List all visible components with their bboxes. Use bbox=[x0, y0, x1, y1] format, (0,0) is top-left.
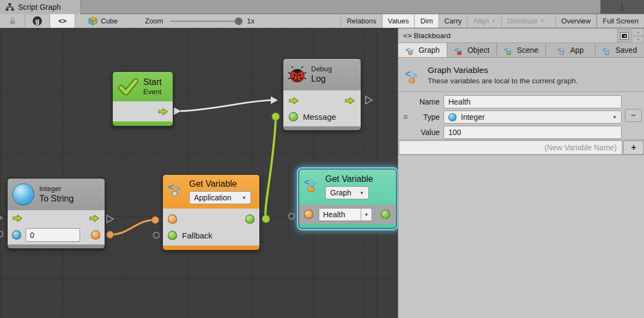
flow-output-port[interactable] bbox=[345, 97, 355, 105]
flow-input-port[interactable] bbox=[289, 97, 299, 105]
lock-icon bbox=[9, 17, 16, 25]
variable-type-dropdown[interactable]: Integer ▼ bbox=[443, 111, 622, 124]
fullscreen-button[interactable]: Full Screen bbox=[597, 14, 644, 28]
node-subtitle: Event bbox=[143, 88, 162, 96]
variable-value-row: Value 100 bbox=[398, 126, 644, 139]
string-output-port[interactable] bbox=[91, 230, 100, 240]
tab-script-graph[interactable]: Script Graph bbox=[0, 0, 81, 14]
flow-in-indicator[interactable] bbox=[0, 214, 2, 222]
graph-inspector-toggle[interactable]: g bbox=[25, 14, 50, 28]
relations-button[interactable]: Relations bbox=[341, 14, 381, 28]
kebab-menu-icon[interactable]: ⋮ bbox=[618, 3, 627, 11]
integer-type-icon bbox=[448, 113, 457, 121]
graph-canvas[interactable]: Start Event bbox=[0, 28, 398, 318]
blackboard-header: <> Blackboard ▲ ▼ bbox=[398, 28, 644, 43]
value-port-indicator[interactable] bbox=[289, 213, 295, 219]
integer-input-port[interactable] bbox=[12, 230, 21, 240]
node-start-event[interactable]: Start Event bbox=[112, 71, 173, 126]
variable-row-group: = Name Health Type Integer ▼ Value 100 − bbox=[398, 92, 644, 140]
name-label: Name bbox=[398, 97, 440, 106]
wire-tostring-to-getvar[interactable] bbox=[110, 220, 155, 235]
node-debug-log[interactable]: Debug Log Message bbox=[283, 58, 361, 131]
code-view-toggle[interactable]: <> bbox=[50, 14, 75, 28]
tab-title: Script Graph bbox=[18, 3, 61, 11]
node-title: Debug bbox=[311, 65, 332, 74]
unity-visual-scripting-window: Script Graph ⋮ g <> Cube Zoom 1x Relatio… bbox=[0, 0, 644, 318]
chevron-down-icon: ▼ bbox=[612, 115, 617, 120]
wire-endpoint bbox=[107, 231, 114, 238]
node-footer bbox=[283, 126, 361, 130]
flow-output-port[interactable] bbox=[158, 108, 168, 115]
section-title: Graph Variables bbox=[428, 65, 578, 75]
overview-button[interactable]: Overview bbox=[555, 14, 597, 28]
value-output-port[interactable] bbox=[245, 215, 254, 224]
zoom-label: Zoom bbox=[145, 17, 163, 25]
tab-saved[interactable]: <> Saved bbox=[596, 43, 644, 57]
dim-button[interactable]: Dim bbox=[414, 14, 438, 28]
variable-name-input-port[interactable] bbox=[304, 210, 313, 219]
distribute-dropdown[interactable]: Distribute▼ bbox=[501, 14, 550, 28]
value-output-port[interactable] bbox=[381, 210, 390, 219]
variable-scope-dropdown[interactable]: Application ▼ bbox=[189, 191, 251, 204]
flow-out-indicator[interactable] bbox=[107, 215, 113, 223]
zoom-slider[interactable] bbox=[171, 21, 240, 22]
flow-output-port[interactable] bbox=[89, 215, 100, 222]
node-get-variable-graph[interactable]: <> Get Variable Graph ▼ Health ▼ bbox=[299, 169, 397, 229]
integer-value-input[interactable]: 0 bbox=[26, 228, 80, 242]
lock-button[interactable] bbox=[0, 14, 25, 28]
add-variable-button[interactable]: + bbox=[623, 140, 644, 155]
window-menu-area: ⋮ bbox=[600, 0, 644, 14]
variable-value-input[interactable]: 100 bbox=[443, 126, 622, 139]
node-footer bbox=[163, 246, 259, 250]
node-integer-to-string[interactable]: Integer To String 0 bbox=[7, 178, 105, 249]
port-label: Fallback bbox=[182, 231, 212, 240]
flow-out-indicator[interactable] bbox=[366, 96, 372, 104]
graph-owner[interactable]: Cube bbox=[88, 14, 118, 28]
graph-variables-section-header: <> Graph Variables These variables are l… bbox=[398, 59, 644, 92]
tab-app[interactable]: <> App bbox=[546, 43, 595, 57]
scroll-up-button[interactable]: ▲ bbox=[633, 28, 644, 36]
app-variables-icon: <> bbox=[557, 46, 567, 54]
zoom-value: 1x bbox=[247, 17, 254, 25]
variable-name-input[interactable]: Health bbox=[443, 95, 622, 108]
wire-start-to-log[interactable] bbox=[180, 100, 271, 111]
align-dropdown[interactable]: Align▼ bbox=[467, 14, 501, 28]
value-label: Value bbox=[398, 128, 440, 137]
remove-variable-button[interactable]: − bbox=[625, 109, 642, 122]
node-subtitle: To String bbox=[39, 193, 74, 204]
value-port-indicator[interactable] bbox=[154, 233, 160, 238]
get-variable-icon: <> bbox=[304, 176, 320, 191]
carry-button[interactable]: Carry bbox=[439, 14, 467, 28]
node-header: Debug Log bbox=[283, 59, 361, 90]
flow-wire-end-arrow bbox=[271, 96, 278, 104]
new-variable-name-input[interactable]: (New Variable Name) bbox=[399, 140, 622, 155]
tab-graph[interactable]: <> Graph bbox=[398, 43, 447, 57]
scene-variables-icon: <> bbox=[504, 46, 514, 54]
graph-variables-icon: <> bbox=[405, 46, 415, 54]
wire-getvar-to-message[interactable] bbox=[265, 119, 276, 218]
variable-scope-dropdown[interactable]: Graph ▼ bbox=[325, 186, 369, 199]
message-input-port[interactable] bbox=[289, 112, 298, 121]
node-footer bbox=[8, 244, 105, 248]
tab-object[interactable]: <> Object bbox=[447, 43, 496, 57]
flow-input-port[interactable] bbox=[13, 215, 23, 222]
scroll-down-button[interactable]: ▼ bbox=[633, 36, 644, 44]
get-variable-icon: <> bbox=[168, 181, 184, 195]
zoom-slider-knob[interactable] bbox=[235, 17, 242, 25]
window-icon bbox=[620, 32, 629, 40]
node-header: <> Get Variable Application ▼ bbox=[163, 175, 259, 209]
wire-endpoint bbox=[272, 113, 280, 120]
blackboard-dock-button[interactable] bbox=[617, 29, 631, 42]
fallback-input-port[interactable] bbox=[168, 231, 177, 240]
variable-name-input-port[interactable] bbox=[168, 215, 177, 224]
value-port-indicator[interactable] bbox=[0, 231, 3, 237]
values-button[interactable]: Values bbox=[382, 14, 415, 28]
variable-name-dropdown[interactable]: Health ▼ bbox=[319, 208, 372, 221]
tab-scene[interactable]: <> Scene bbox=[497, 43, 546, 57]
graph-variables-icon: <> bbox=[405, 68, 421, 82]
panel-scroll-buttons: ▲ ▼ bbox=[633, 28, 644, 43]
toolbar-right-buttons: Relations Values Dim Carry Align▼ Distri… bbox=[341, 14, 644, 28]
node-get-variable-application[interactable]: <> Get Variable Application ▼ Fallback bbox=[162, 174, 260, 250]
variable-type-row: Type Integer ▼ bbox=[398, 111, 644, 124]
graph-toolbar: g <> Cube Zoom 1x Relations Values Dim C… bbox=[0, 14, 644, 28]
